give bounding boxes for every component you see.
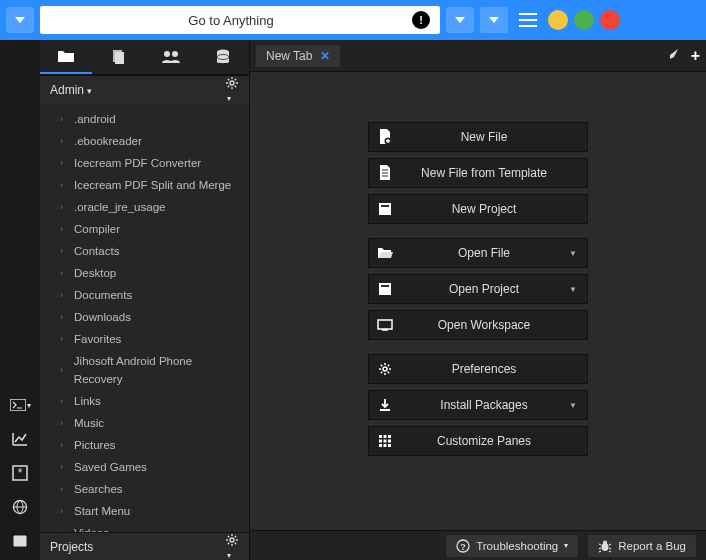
folder-name: Icecream PDF Split and Merge (74, 176, 231, 194)
report-bug-label: Report a Bug (618, 540, 686, 552)
left-rail: ▾ * (0, 40, 40, 560)
rail-console-icon[interactable]: ▾ (7, 394, 33, 416)
tree-folder[interactable]: ›Documents (40, 284, 249, 306)
tree-folder[interactable]: ›Pictures (40, 434, 249, 456)
button-label: Open File (401, 246, 587, 260)
sidebar: Admin ▾ ▾ ›.android›.ebookreader›Icecrea… (40, 40, 250, 560)
tree-folder[interactable]: ›Searches (40, 478, 249, 500)
troubleshooting-button[interactable]: ? Troubleshooting ▾ (446, 535, 578, 557)
go-to-anything-search[interactable]: Go to Anything ! (40, 6, 440, 34)
chevron-down-icon[interactable]: ▼ (569, 249, 577, 258)
sidebar-tab-db[interactable] (197, 40, 249, 74)
expand-icon: › (60, 414, 68, 432)
welcome-button-new-file[interactable]: New File (368, 122, 588, 152)
chevron-down-icon: ▾ (87, 86, 92, 96)
folder-name: Music (74, 414, 104, 432)
folder-name: Desktop (74, 264, 116, 282)
folder-name: Jihosoft Android Phone Recovery (74, 352, 241, 388)
welcome-button-open-project[interactable]: Open Project▼ (368, 274, 588, 304)
tree-folder[interactable]: ›Compiler (40, 218, 249, 240)
chevron-down-icon[interactable]: ▼ (569, 285, 577, 294)
welcome-button-customize-panes[interactable]: Customize Panes (368, 426, 588, 456)
tree-folder[interactable]: ›Icecream PDF Split and Merge (40, 174, 249, 196)
tree-folder[interactable]: ›.android (40, 108, 249, 130)
tree-folder[interactable]: ›Start Menu (40, 500, 249, 522)
close-icon[interactable] (600, 10, 620, 30)
welcome-button-new-project[interactable]: New Project (368, 194, 588, 224)
sidebar-header[interactable]: Admin ▾ ▾ (40, 76, 249, 104)
tree-folder[interactable]: ›Links (40, 390, 249, 412)
tab-new[interactable]: New Tab ✕ (256, 45, 340, 67)
welcome-group: New FileNew File from TemplateNew Projec… (368, 122, 588, 224)
welcome-button-install-packages[interactable]: Install Packages▼ (368, 390, 588, 420)
minimize-icon[interactable] (548, 10, 568, 30)
file-new-icon (369, 129, 401, 145)
topbar-dropdown-2[interactable] (480, 7, 508, 33)
expand-icon: › (60, 220, 68, 238)
expand-icon: › (60, 242, 68, 260)
tree-folder[interactable]: ›.oracle_jre_usage (40, 196, 249, 218)
sidebar-tab-collab[interactable] (145, 40, 197, 74)
tree-folder[interactable]: ›Music (40, 412, 249, 434)
expand-icon: › (60, 436, 68, 454)
sidebar-tab-clipboard[interactable] (92, 40, 144, 74)
tree-folder[interactable]: ›Favorites (40, 328, 249, 350)
svg-point-7 (172, 51, 178, 57)
add-tab-icon[interactable]: + (691, 47, 700, 65)
tree-folder[interactable]: ›Jihosoft Android Phone Recovery (40, 350, 249, 390)
editor-tabbar: New Tab ✕ + (250, 40, 706, 72)
workspace-icon (369, 319, 401, 331)
file-tree: ›.android›.ebookreader›Icecream PDF Conv… (40, 104, 249, 532)
report-bug-button[interactable]: Report a Bug (588, 535, 696, 557)
rail-book-icon[interactable] (7, 530, 33, 552)
button-label: Customize Panes (401, 434, 587, 448)
folder-name: Documents (74, 286, 132, 304)
rail-chart-icon[interactable] (7, 428, 33, 450)
svg-point-11 (230, 538, 234, 542)
svg-rect-16 (381, 285, 389, 287)
button-label: New File (401, 130, 587, 144)
welcome-button-open-file[interactable]: Open File▼ (368, 238, 588, 268)
content-area: New Tab ✕ + New FileNew File from Templa… (250, 40, 706, 560)
gear-icon[interactable]: ▾ (225, 76, 239, 104)
svg-rect-23 (384, 440, 387, 443)
expand-icon: › (60, 286, 68, 304)
rail-asterisk-icon[interactable]: * (7, 462, 33, 484)
tree-folder[interactable]: ›Downloads (40, 306, 249, 328)
search-placeholder: Go to Anything (50, 13, 412, 28)
svg-rect-14 (381, 205, 389, 207)
menu-icon[interactable] (514, 7, 542, 33)
svg-text:?: ? (460, 541, 466, 551)
welcome-button-preferences[interactable]: Preferences (368, 354, 588, 384)
welcome-button-open-workspace[interactable]: Open Workspace (368, 310, 588, 340)
rail-globe-icon[interactable] (7, 496, 33, 518)
tree-folder[interactable]: ›Contacts (40, 240, 249, 262)
project-open-icon (369, 282, 401, 296)
button-label: New File from Template (401, 166, 587, 180)
notification-icon[interactable] (667, 47, 681, 65)
welcome-button-new-file-from-template[interactable]: New File from Template (368, 158, 588, 188)
expand-icon: › (60, 480, 68, 498)
tree-folder[interactable]: ›Videos (40, 522, 249, 532)
tree-folder[interactable]: ›Desktop (40, 262, 249, 284)
chevron-down-icon[interactable]: ▼ (569, 401, 577, 410)
svg-rect-19 (379, 435, 382, 438)
sidebar-tab-files[interactable] (40, 40, 92, 74)
tree-folder[interactable]: ›.ebookreader (40, 130, 249, 152)
history-back-dropdown[interactable] (6, 7, 34, 33)
folder-open-icon (369, 247, 401, 259)
sidebar-footer[interactable]: Projects ▾ (40, 532, 249, 560)
tree-folder[interactable]: ›Saved Games (40, 456, 249, 478)
statusbar: ? Troubleshooting ▾ Report a Bug (250, 530, 706, 560)
svg-rect-20 (384, 435, 387, 438)
expand-icon: › (60, 110, 68, 128)
alert-icon[interactable]: ! (412, 11, 430, 29)
tree-folder[interactable]: ›Icecream PDF Converter (40, 152, 249, 174)
topbar-dropdown-1[interactable] (446, 7, 474, 33)
gear-icon[interactable]: ▾ (225, 533, 239, 561)
folder-name: Pictures (74, 436, 116, 454)
maximize-icon[interactable] (574, 10, 594, 30)
tab-close-icon[interactable]: ✕ (320, 49, 330, 63)
sidebar-header-label: Admin (50, 83, 84, 97)
folder-name: Videos (74, 524, 109, 532)
